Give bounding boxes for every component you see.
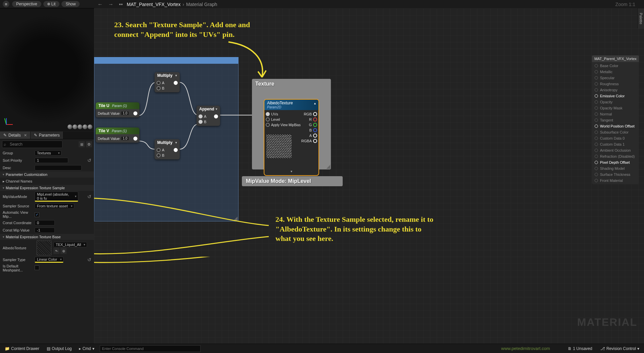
- pin-ring-icon[interactable]: [595, 100, 598, 104]
- output-pin[interactable]: [214, 114, 218, 118]
- chevron-down-icon[interactable]: ▾: [175, 141, 177, 144]
- output-pin-row[interactable]: Tangent: [592, 117, 639, 123]
- chevron-down-icon[interactable]: ▾: [216, 107, 217, 111]
- output-pin-row[interactable]: Pixel Depth Offset: [592, 159, 639, 165]
- input-pin[interactable]: [157, 86, 161, 90]
- content-drawer-button[interactable]: 📁 Content Drawer: [3, 346, 41, 352]
- mipmode-select[interactable]: MipLevel (absolute, 0 is fu: [35, 192, 78, 202]
- pin-ring-icon[interactable]: [595, 70, 598, 73]
- tab-details[interactable]: ✎ Details✕: [0, 132, 31, 139]
- output-pin-row[interactable]: Front Material: [592, 178, 639, 184]
- output-pin-row[interactable]: Base Color: [592, 63, 639, 69]
- comment-box-mip[interactable]: MipValue Mode: MipLevel: [242, 176, 343, 186]
- pin-ring-icon[interactable]: [595, 137, 598, 140]
- output-pin-row[interactable]: Surface Thickness: [592, 171, 639, 178]
- use-asset-icon[interactable]: ⬑: [53, 248, 59, 254]
- shading-model-picker[interactable]: [68, 124, 92, 129]
- nav-forward-icon[interactable]: →: [107, 1, 115, 7]
- output-pin[interactable]: [133, 137, 137, 141]
- sort-priority-input[interactable]: [35, 158, 68, 163]
- pin-ring-icon[interactable]: [595, 161, 598, 164]
- desc-input[interactable]: [35, 165, 82, 170]
- pin-ring-icon[interactable]: [595, 167, 598, 170]
- node-tile-v[interactable]: Tile VParam (1) Default Value 1.0: [96, 128, 139, 143]
- output-pin-row[interactable]: Shading Model: [592, 165, 639, 171]
- pin-ring-icon[interactable]: [595, 131, 598, 134]
- pin-ring-icon[interactable]: [595, 82, 598, 86]
- pin-ring-icon[interactable]: [595, 179, 598, 182]
- close-icon[interactable]: ✕: [24, 133, 27, 138]
- unsaved-button[interactable]: 🗎 1 Unsaved: [566, 346, 594, 352]
- pin-ring-icon[interactable]: [595, 94, 598, 98]
- resize-handle-icon[interactable]: [233, 216, 238, 220]
- pin-ring-icon[interactable]: [595, 143, 598, 146]
- preview-viewport[interactable]: [0, 8, 94, 131]
- lit-dropdown[interactable]: Lit: [43, 1, 60, 7]
- pin-ring-icon[interactable]: [595, 106, 598, 110]
- output-pin-row[interactable]: Emissive Color: [592, 93, 639, 99]
- output-pin-row[interactable]: Metallic: [592, 69, 639, 75]
- output-pin[interactable]: [174, 81, 178, 85]
- output-pin-row[interactable]: Normal: [592, 111, 639, 117]
- console-input[interactable]: [100, 345, 201, 352]
- output-pin-row[interactable]: Anisotropy: [592, 87, 639, 93]
- input-pin[interactable]: [157, 153, 161, 157]
- output-pin-row[interactable]: Roughness: [592, 81, 639, 87]
- texture-asset-select[interactable]: TEX_Liquid_All: [53, 242, 87, 247]
- output-pin-row[interactable]: Ambient Occlusion: [592, 147, 639, 153]
- section-header[interactable]: Material Expression Texture Sample: [0, 185, 94, 191]
- output-pin[interactable]: [174, 148, 178, 152]
- node-multiply[interactable]: Multiply▾ A B: [155, 139, 180, 159]
- pin-ring-icon[interactable]: [595, 118, 598, 122]
- chevron-up-icon[interactable]: ▴: [314, 101, 316, 105]
- output-pin-row[interactable]: Specular: [592, 75, 639, 81]
- browse-icon[interactable]: ⊕: [60, 248, 67, 254]
- view-options-icon[interactable]: ⊞: [79, 141, 85, 147]
- output-pin-row[interactable]: Custom Data 1: [592, 141, 639, 147]
- section-header[interactable]: Parameter Customization: [0, 171, 94, 178]
- pin-ring-icon[interactable]: [595, 88, 598, 92]
- material-graph-canvas[interactable]: Tile UParam (1) Default Value 1.0 Tile V…: [94, 8, 644, 344]
- sampler-source-select[interactable]: From texture asset: [35, 203, 74, 209]
- input-pin-uvs[interactable]: [266, 112, 270, 116]
- output-pin-rgba[interactable]: [313, 139, 317, 143]
- reset-icon[interactable]: ↺: [87, 194, 91, 199]
- group-select[interactable]: Textures: [35, 150, 61, 156]
- hamburger-icon[interactable]: ≡: [3, 1, 9, 7]
- output-pin-row[interactable]: Refraction (Disabled): [592, 153, 639, 159]
- pin-ring-icon[interactable]: [595, 173, 598, 176]
- output-log-button[interactable]: ▤ Output Log: [45, 346, 74, 352]
- cmd-dropdown[interactable]: ▸ Cmd ▾: [77, 346, 96, 352]
- input-pin-level[interactable]: [266, 117, 270, 121]
- input-pin[interactable]: [199, 114, 203, 118]
- chevron-down-icon[interactable]: ▾: [175, 74, 177, 77]
- constcoord-input[interactable]: [35, 220, 55, 225]
- reset-icon[interactable]: ↺: [87, 158, 91, 163]
- output-pin-row[interactable]: World Position Offset: [592, 123, 639, 129]
- input-pin[interactable]: [157, 148, 161, 152]
- node-texture-sample[interactable]: AlbedoTexture▴ Param2D UVsRGB LevelR App…: [264, 99, 319, 176]
- node-tile-u[interactable]: Tile UParam (1) Default Value 1.0: [96, 102, 139, 117]
- pin-ring-icon[interactable]: [595, 155, 598, 158]
- tab-parameters[interactable]: ✎ Parameters: [31, 132, 63, 139]
- output-pin-r[interactable]: [313, 117, 317, 121]
- graph-home-icon[interactable]: ▪▪: [118, 1, 124, 7]
- autoview-checkbox[interactable]: [35, 212, 39, 217]
- nav-back-icon[interactable]: ←: [96, 1, 104, 7]
- input-pin-bias[interactable]: [266, 123, 270, 127]
- output-pin-row[interactable]: Subsurface Color: [592, 129, 639, 135]
- prop-label[interactable]: ▸ Channel Names: [3, 179, 32, 184]
- output-pin-b[interactable]: [313, 128, 317, 132]
- output-pin-rgb[interactable]: [313, 112, 317, 116]
- output-pin-a[interactable]: [313, 134, 317, 138]
- resize-handle-icon[interactable]: [326, 165, 330, 169]
- input-pin[interactable]: [157, 81, 161, 85]
- material-output-node[interactable]: MAT_Parent_VFX_Vortex Base ColorMetallic…: [592, 55, 639, 184]
- search-input[interactable]: [2, 141, 62, 148]
- breadcrumb-root[interactable]: MAT_Parent_VFX_Vortex: [127, 2, 180, 7]
- output-pin-row[interactable]: Opacity Mask: [592, 105, 639, 111]
- pin-ring-icon[interactable]: [595, 76, 598, 80]
- constmip-input[interactable]: [35, 228, 55, 233]
- output-pin-row[interactable]: Opacity: [592, 99, 639, 105]
- input-pin[interactable]: [199, 120, 203, 124]
